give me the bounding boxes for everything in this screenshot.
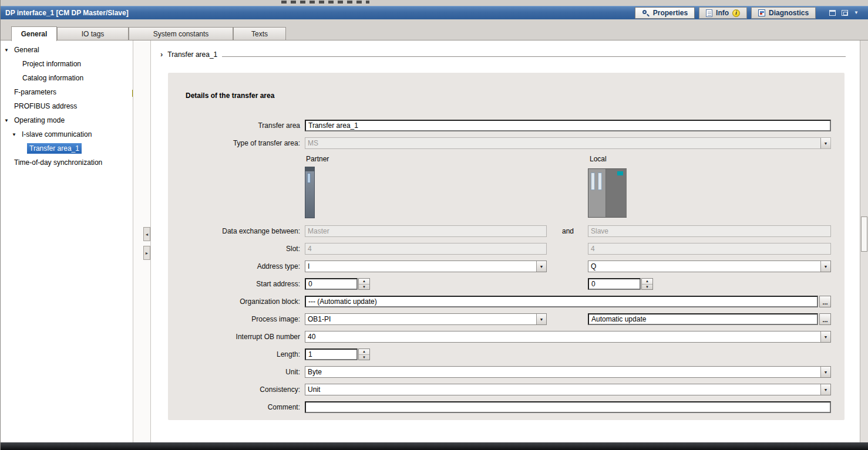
tab-io-tags[interactable]: IO tags	[57, 27, 129, 40]
process-image-browse-button[interactable]: ...	[819, 313, 831, 325]
diagnostics-icon	[758, 9, 765, 16]
chevron-down-icon[interactable]: ▼	[536, 314, 546, 324]
tab-io-tags-label: IO tags	[82, 30, 105, 38]
tab-properties-label: Properties	[653, 9, 688, 17]
stepper-up-icon[interactable]: ▲	[359, 279, 369, 285]
tree-expand-icon[interactable]: ▼	[4, 118, 12, 123]
info-badge-icon: i	[732, 9, 740, 17]
tree-item-label: F-parameters	[12, 87, 59, 97]
main-content: › Transfer area_1 Details of the transfe…	[151, 40, 860, 442]
chevron-down-icon[interactable]: ▼	[820, 384, 830, 395]
tab-diagnostics-label: Diagnostics	[769, 9, 809, 17]
length-stepper[interactable]: ▲ ▼	[358, 349, 370, 360]
splitter-collapse-left-icon[interactable]: ◄	[143, 227, 150, 241]
panel-body: ▼ General Project information Catalog in…	[1, 40, 868, 442]
tree-item-label: General	[12, 45, 42, 55]
tree-item-transfer-area-1[interactable]: Transfer area_1	[2, 141, 132, 155]
form-row-type-of-transfer-area: Type of transfer area: MS ▼	[168, 137, 845, 149]
collapse-panel-icon[interactable]	[842, 10, 848, 16]
address-type-left-value: I	[305, 261, 536, 272]
tab-texts[interactable]: Texts	[233, 27, 286, 40]
form-row-partner-local: Partner Local	[168, 155, 845, 167]
panel-menu-icon[interactable]: ▼	[854, 11, 859, 15]
details-panel-title: Details of the transfer area	[186, 92, 274, 100]
chevron-down-icon[interactable]: ▼	[536, 261, 546, 272]
tree-item-operating-mode[interactable]: ▼ Operating mode	[2, 113, 132, 127]
titlebar-tabs: Properties Info i Diagnostics ▼	[635, 6, 868, 19]
and-label: and	[550, 227, 586, 235]
tree-item-catalog-information[interactable]: Catalog information	[2, 71, 132, 85]
tree-item-i-slave-communication[interactable]: ▼ I-slave communication	[2, 127, 132, 141]
tab-system-constants[interactable]: System constants	[129, 27, 233, 40]
stepper-down-icon[interactable]: ▼	[359, 355, 369, 360]
form-row-unit: Unit: Byte ▼	[168, 366, 845, 378]
section-chevron-icon[interactable]: ›	[160, 50, 163, 59]
start-address-label: Start address:	[168, 280, 300, 288]
chevron-down-icon[interactable]: ▼	[820, 367, 830, 377]
tree-item-profibus-address[interactable]: PROFIBUS address	[2, 99, 132, 113]
consistency-select[interactable]: Unit ▼	[305, 384, 831, 395]
stepper-up-icon[interactable]: ▲	[642, 279, 652, 285]
section-title: Transfer area_1	[167, 50, 217, 59]
length-input[interactable]	[305, 349, 358, 360]
tab-info[interactable]: Info i	[699, 7, 747, 19]
consistency-value: Unit	[305, 384, 820, 395]
organization-block-input[interactable]	[305, 296, 818, 307]
tab-system-constants-label: System constants	[153, 30, 209, 38]
stepper-up-icon[interactable]: ▲	[359, 349, 369, 355]
tree-expand-icon[interactable]: ▼	[12, 132, 19, 137]
stepper-down-icon[interactable]: ▼	[642, 285, 652, 290]
interrupt-ob-label: Interrupt OB number	[168, 333, 300, 341]
tree-item-project-information[interactable]: Project information	[2, 57, 132, 71]
start-address-right-stepper[interactable]: ▲ ▼	[641, 278, 653, 290]
address-type-right-select[interactable]: Q ▼	[588, 260, 831, 272]
type-of-transfer-area-label: Type of transfer area:	[168, 139, 300, 147]
address-type-left-select[interactable]: I ▼	[305, 260, 547, 272]
tab-properties[interactable]: Properties	[635, 7, 695, 19]
unit-value: Byte	[305, 367, 820, 377]
tree-item-general[interactable]: ▼ General	[2, 43, 132, 57]
chevron-down-icon[interactable]: ▼	[820, 261, 830, 272]
slot-label: Slot:	[168, 245, 300, 253]
tree-item-label: Catalog information	[20, 73, 86, 83]
start-address-left-input[interactable]	[305, 278, 358, 290]
organization-block-label: Organization block:	[168, 297, 300, 306]
comment-input[interactable]	[305, 401, 831, 413]
vertical-scrollbar[interactable]	[860, 40, 868, 442]
tree-expand-icon[interactable]: ▼	[4, 48, 12, 53]
float-panel-icon[interactable]	[829, 10, 836, 16]
start-address-left-stepper[interactable]: ▲ ▼	[358, 278, 370, 290]
form-row-data-exchange: Data exchange between: Master and Slave	[168, 225, 845, 237]
tree-item-label: PROFIBUS address	[12, 101, 79, 111]
start-address-right-input[interactable]	[588, 278, 641, 290]
process-image-right-input[interactable]	[588, 313, 818, 325]
slot-right-field: 4	[588, 243, 831, 255]
tab-diagnostics[interactable]: Diagnostics	[751, 7, 816, 19]
address-type-label: Address type:	[168, 262, 300, 270]
tree-item-label-selected: Transfer area_1	[27, 143, 82, 154]
top-strip	[1, 0, 868, 6]
data-exchange-left-field: Master	[305, 225, 547, 237]
window-title: DP interface_1 [CM DP Master/Slave]	[1, 9, 635, 17]
section-header: › Transfer area_1	[160, 50, 846, 59]
partner-label: Partner	[306, 155, 329, 163]
tree-item-f-parameters[interactable]: F-parameters	[2, 85, 132, 99]
properties-window: DP interface_1 [CM DP Master/Slave] Prop…	[0, 0, 868, 450]
stepper-down-icon[interactable]: ▼	[359, 285, 369, 290]
transfer-area-input[interactable]	[305, 120, 831, 131]
data-exchange-right-field: Slave	[588, 225, 831, 237]
organization-block-browse-button[interactable]: ...	[819, 296, 831, 307]
tree-item-time-of-day-synchronization[interactable]: Time-of-day synchronization	[2, 155, 132, 170]
window-controls: ▼	[820, 6, 864, 19]
scrollbar-thumb[interactable]	[861, 216, 867, 252]
interrupt-ob-value: 40	[305, 331, 820, 342]
interrupt-ob-select[interactable]: 40 ▼	[305, 331, 831, 343]
partner-device-image	[305, 167, 315, 218]
unit-select[interactable]: Byte ▼	[305, 366, 831, 378]
splitter-collapse-right-icon[interactable]: ►	[143, 246, 150, 260]
chevron-down-icon[interactable]: ▼	[820, 331, 830, 342]
tree-splitter[interactable]: ◄ ►	[133, 40, 151, 442]
form-row-interrupt-ob: Interrupt OB number 40 ▼	[168, 331, 845, 343]
process-image-left-select[interactable]: OB1-PI ▼	[305, 313, 547, 325]
tab-general[interactable]: General	[11, 26, 57, 41]
